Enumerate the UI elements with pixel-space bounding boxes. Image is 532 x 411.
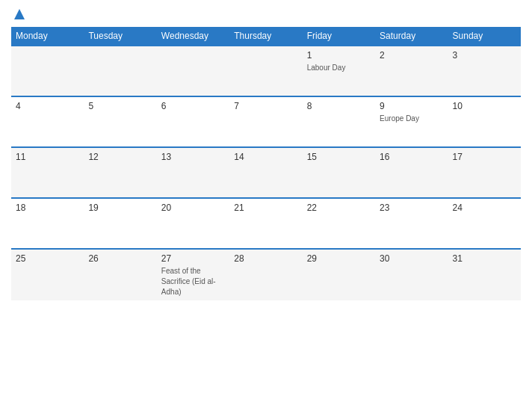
day-number: 8 — [307, 101, 371, 111]
weekday-header-tuesday: Tuesday — [84, 27, 156, 46]
calendar-cell: 9Europe Day — [375, 96, 448, 147]
day-number: 26 — [88, 253, 152, 264]
day-number: 22 — [307, 203, 371, 213]
weekday-header-wednesday: Wednesday — [157, 27, 229, 46]
calendar-cell: 25 — [11, 249, 84, 300]
holiday-label: Labour Day — [307, 64, 346, 72]
day-number: 31 — [453, 253, 516, 264]
day-number: 18 — [16, 203, 79, 213]
day-number: 6 — [161, 101, 225, 111]
day-number: 30 — [380, 253, 443, 264]
holiday-label: Europe Day — [380, 114, 419, 123]
calendar-week-5: 252627Feast of the Sacrifice (Eid al-Adh… — [11, 249, 521, 300]
calendar-cell: 31 — [448, 249, 521, 300]
svg-marker-0 — [14, 9, 25, 19]
weekday-header-row: MondayTuesdayWednesdayThursdayFridaySatu… — [11, 27, 521, 46]
day-number: 13 — [161, 152, 225, 162]
day-number: 19 — [88, 203, 152, 213]
day-number: 16 — [380, 152, 443, 162]
calendar-cell: 2 — [375, 46, 448, 96]
calendar-cell — [229, 46, 302, 96]
weekday-header-sunday: Sunday — [448, 27, 521, 46]
calendar-cell: 11 — [11, 147, 84, 198]
day-number: 10 — [453, 101, 516, 111]
day-number: 28 — [234, 253, 297, 264]
logo-icon — [13, 7, 26, 21]
weekday-header-saturday: Saturday — [375, 27, 448, 46]
calendar-cell: 22 — [303, 198, 375, 249]
calendar-body: 1Labour Day23456789Europe Day10111213141… — [11, 46, 521, 300]
day-number: 9 — [380, 101, 443, 111]
calendar-cell: 10 — [448, 96, 521, 147]
day-number: 5 — [88, 101, 152, 111]
weekday-header-friday: Friday — [303, 27, 375, 46]
calendar-cell: 15 — [303, 147, 375, 198]
day-number: 21 — [234, 203, 297, 213]
calendar-cell — [157, 46, 229, 96]
calendar-cell: 19 — [84, 198, 156, 249]
calendar-table: MondayTuesdayWednesdayThursdayFridaySatu… — [11, 27, 521, 300]
calendar-cell: 7 — [229, 96, 302, 147]
calendar-cell — [11, 46, 84, 96]
calendar-cell: 12 — [84, 147, 156, 198]
weekday-header-thursday: Thursday — [229, 27, 302, 46]
day-number: 17 — [453, 152, 516, 162]
calendar-cell: 1Labour Day — [303, 46, 375, 96]
calendar-cell: 29 — [303, 249, 375, 300]
calendar-cell: 23 — [375, 198, 448, 249]
day-number: 2 — [380, 50, 443, 61]
calendar-cell: 13 — [157, 147, 229, 198]
day-number: 4 — [16, 101, 79, 111]
weekday-header-monday: Monday — [11, 27, 84, 46]
day-number: 24 — [453, 203, 516, 213]
calendar-cell: 20 — [157, 198, 229, 249]
calendar-week-3: 11121314151617 — [11, 147, 521, 198]
holiday-label: Feast of the Sacrifice (Eid al-Adha) — [161, 267, 216, 296]
calendar-cell: 27Feast of the Sacrifice (Eid al-Adha) — [157, 249, 229, 300]
calendar-cell: 6 — [157, 96, 229, 147]
day-number: 7 — [234, 101, 297, 111]
day-number: 29 — [307, 253, 371, 264]
day-number: 11 — [16, 152, 79, 162]
day-number: 23 — [380, 203, 443, 213]
calendar-cell: 14 — [229, 147, 302, 198]
day-number: 14 — [234, 152, 297, 162]
calendar-cell: 26 — [84, 249, 156, 300]
calendar-week-2: 456789Europe Day10 — [11, 96, 521, 147]
calendar-cell: 30 — [375, 249, 448, 300]
calendar-week-4: 18192021222324 — [11, 198, 521, 249]
calendar-cell: 8 — [303, 96, 375, 147]
day-number: 3 — [453, 50, 516, 61]
logo — [11, 7, 26, 21]
calendar-page: MondayTuesdayWednesdayThursdayFridaySatu… — [0, 0, 532, 411]
calendar-cell: 16 — [375, 147, 448, 198]
day-number: 27 — [161, 253, 225, 264]
calendar-header: MondayTuesdayWednesdayThursdayFridaySatu… — [11, 27, 521, 46]
calendar-week-1: 1Labour Day23 — [11, 46, 521, 96]
day-number: 15 — [307, 152, 371, 162]
calendar-cell: 3 — [448, 46, 521, 96]
day-number: 1 — [307, 50, 371, 61]
calendar-cell: 17 — [448, 147, 521, 198]
day-number: 25 — [16, 253, 79, 264]
calendar-cell: 18 — [11, 198, 84, 249]
calendar-cell: 4 — [11, 96, 84, 147]
calendar-cell: 28 — [229, 249, 302, 300]
day-number: 12 — [88, 152, 152, 162]
calendar-cell: 24 — [448, 198, 521, 249]
day-number: 20 — [161, 203, 225, 213]
calendar-cell: 21 — [229, 198, 302, 249]
calendar-cell — [84, 46, 156, 96]
calendar-cell: 5 — [84, 96, 156, 147]
page-header — [11, 7, 521, 21]
